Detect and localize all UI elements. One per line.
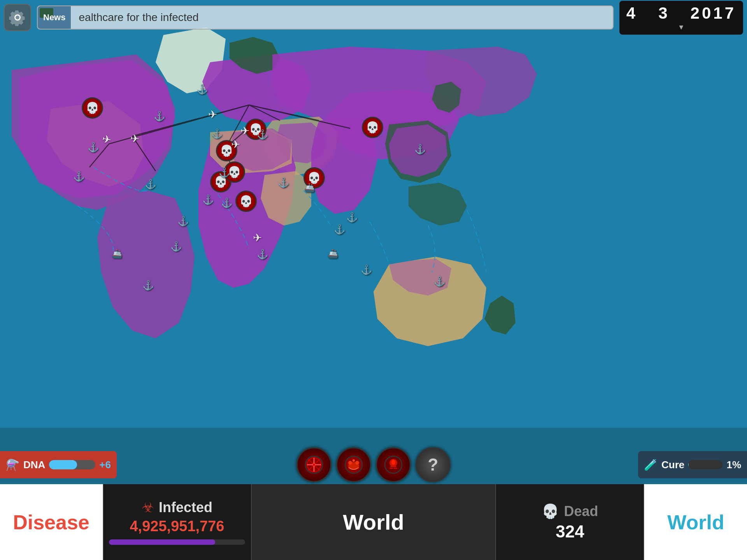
anchor-atlantic-mid: ⚓ (145, 179, 156, 190)
infected-progress-fill (109, 539, 215, 545)
stat-bar: Disease ☣ Infected 4,925,951,776 World 💀… (0, 484, 747, 560)
svg-point-20 (352, 459, 355, 462)
svg-point-18 (348, 461, 352, 465)
dna-bar[interactable]: ⚗️ DNA +6 (0, 451, 117, 478)
dead-panel[interactable]: 💀 Dead 324 (496, 484, 644, 560)
dna-progress-fill (49, 460, 77, 469)
date-display[interactable]: 4 3 2017 ▼ (619, 1, 743, 35)
anchor-australia-e: ⚓ (434, 276, 445, 287)
skull-icon: 💀 (542, 503, 559, 520)
anchor-brazil: ⚓ (170, 241, 182, 252)
ability-buttons: ? (296, 447, 451, 482)
anchor-norway: ⚓ (196, 84, 208, 95)
cure-flask-icon: 🧪 (644, 458, 658, 471)
dna-label: DNA (23, 459, 45, 471)
date-year: 2017 (691, 4, 736, 22)
anchor-west-africa: ⚓ (221, 198, 233, 208)
cure-progress-fill (688, 460, 689, 469)
question-mark-icon: ? (428, 455, 438, 474)
cure-bar[interactable]: 🧪 Cure 1% (638, 451, 747, 478)
date-day: 3 (658, 4, 670, 22)
anchor-australia-w: ⚓ (361, 264, 372, 275)
news-ticker: News ealthcare for the infected (37, 5, 614, 30)
chevron-down-icon: ▼ (678, 23, 685, 31)
anchor-indonesia: ⚓ (334, 224, 345, 235)
anchor-japan: ⚓ (414, 144, 426, 155)
infected-count: 4,925,951,776 (130, 518, 224, 535)
anchor-us-east: ⚓ (88, 142, 99, 153)
abilities-button[interactable] (376, 447, 411, 482)
world-right-button[interactable]: World (644, 484, 747, 560)
news-badge: News (38, 6, 71, 29)
skull-north-america[interactable]: 💀 (82, 97, 103, 119)
dead-label: Dead (564, 503, 598, 520)
dna-progress-bar (49, 460, 95, 469)
news-text: ealthcare for the infected (71, 11, 206, 24)
symptoms-button[interactable] (336, 447, 371, 482)
world-map[interactable]: 💀 💀 💀 💀 💀 💀 💀 💀 ⚓ ⚓ ⚓ ⚓ ⚓ ⚓ ⚓ ⚓ ⚓ ⚓ ⚓ ⚓ … (0, 0, 747, 428)
date-dropdown-chevron[interactable]: ▼ (626, 23, 736, 32)
top-bar: News ealthcare for the infected 4 3 2017… (0, 0, 747, 35)
dead-count: 324 (556, 522, 584, 541)
ship-red-sea: 🚢 (304, 183, 315, 193)
date-month: 4 (626, 4, 638, 22)
skull-russia-east[interactable]: 💀 (362, 117, 383, 138)
anchor-greenland-south: ⚓ (154, 111, 165, 122)
anchor-us-south: ⚓ (73, 171, 85, 182)
infected-progress-bar (109, 539, 245, 545)
dead-header: 💀 Dead (542, 503, 598, 520)
help-button[interactable]: ? (416, 447, 451, 482)
anchor-spain: ⚓ (211, 128, 223, 139)
plane-africa-s: ✈ (253, 231, 262, 244)
skull-africa-west[interactable]: 💀 (235, 191, 257, 212)
anchor-east-africa: ⚓ (257, 249, 268, 260)
transmission-button[interactable] (296, 447, 331, 482)
date-numbers: 4 3 2017 (626, 4, 736, 23)
world-center-label: World (343, 509, 404, 535)
ship-south-atlantic: 🚢 (112, 249, 122, 259)
plane-europe: ✈ (240, 124, 249, 137)
infected-header: ☣ Infected (142, 499, 212, 516)
infected-panel[interactable]: ☣ Infected 4,925,951,776 (103, 484, 251, 560)
cure-label: Cure (661, 459, 684, 471)
biohazard-icon: ☣ (142, 499, 154, 516)
gear-button[interactable] (4, 4, 31, 31)
world-right-label: World (667, 511, 724, 534)
disease-button[interactable]: Disease (0, 484, 103, 560)
anchor-south-atlantic: ⚓ (202, 194, 214, 205)
anchor-turkey: ⚓ (257, 129, 268, 140)
ship-indian-ocean: 🚢 (328, 249, 338, 259)
dna-icon: ⚗️ (6, 458, 19, 471)
plane-scandinavia: ✈ (208, 108, 217, 121)
disease-label: Disease (13, 511, 89, 534)
world-center-button[interactable]: World (251, 484, 496, 560)
infected-label: Infected (159, 499, 212, 516)
anchor-med: ⚓ (219, 167, 230, 178)
news-badge-label: News (43, 12, 65, 23)
anchor-philippines: ⚓ (346, 212, 358, 223)
svg-rect-23 (390, 466, 396, 467)
plane-atlantic: ✈ (130, 132, 140, 145)
anchor-india: ⚓ (278, 177, 289, 188)
cure-percent: 1% (726, 459, 741, 471)
anchor-argentina: ⚓ (142, 280, 154, 291)
svg-point-19 (355, 461, 359, 465)
dna-bonus: +6 (99, 459, 111, 471)
anchor-central-africa: ⚓ (177, 216, 189, 227)
cure-progress-bar (688, 460, 722, 469)
plane-uk: ✈ (231, 138, 240, 151)
